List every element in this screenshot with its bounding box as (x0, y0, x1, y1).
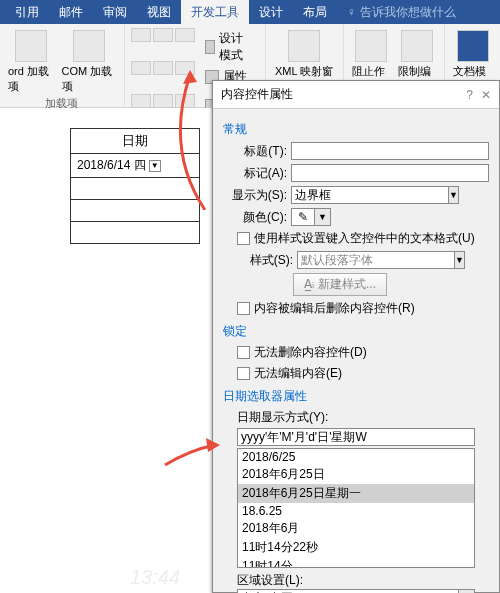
chevron-down-icon[interactable]: ▼ (315, 208, 331, 226)
no-delete-checkbox[interactable] (237, 346, 250, 359)
locale-label: 区域设置(L): (237, 572, 489, 589)
addin-icon (15, 30, 47, 62)
format-label: 日期显示方式(Y): (237, 409, 489, 426)
tab-layout[interactable]: 布局 (293, 0, 337, 25)
table-cell[interactable] (71, 222, 200, 244)
doc-table[interactable]: 日期 2018/6/14 四 ▼ (70, 128, 200, 244)
format-option[interactable]: 11时14分22秒 (238, 538, 474, 557)
bulb-icon: ♀ (347, 5, 356, 19)
ribbon-tabs: 引用 邮件 审阅 视图 开发工具 设计 布局 ♀ 告诉我你想做什么 (0, 0, 500, 24)
block-icon (355, 30, 387, 62)
design-mode-button[interactable]: 设计模式 (201, 28, 259, 66)
tab-references[interactable]: 引用 (5, 0, 49, 25)
document-area: 日期 2018/6/14 四 ▼ (0, 108, 215, 593)
chevron-down-icon[interactable]: ▼ (459, 589, 475, 593)
showas-label: 显示为(S): (223, 187, 291, 204)
table-header: 日期 (71, 129, 200, 154)
date-picker-cell[interactable]: 2018/6/14 四 ▼ (71, 154, 200, 178)
lock-icon (401, 30, 433, 62)
section-general: 常规 (223, 121, 489, 138)
delete-after-checkbox[interactable] (237, 302, 250, 315)
word-addins-button[interactable]: ord 加载项 (6, 28, 56, 96)
style-combo[interactable] (297, 251, 455, 269)
section-lock: 锁定 (223, 323, 489, 340)
format-listbox[interactable]: 2018/6/252018年6月25日2018年6月25日星期一18.6.252… (237, 448, 475, 568)
locale-combo[interactable] (237, 589, 459, 593)
date-dropdown-button[interactable]: ▼ (149, 160, 161, 172)
use-style-checkbox[interactable] (237, 232, 250, 245)
properties-dialog: 内容控件属性 ? ✕ 常规 标题(T): 标记(A): 显示为(S): ▼ 颜色… (212, 80, 500, 593)
color-picker[interactable]: ✎ (291, 208, 315, 226)
title-input[interactable] (291, 142, 489, 160)
tab-design[interactable]: 设计 (249, 0, 293, 25)
watermark: 13:44 (130, 566, 180, 589)
help-icon[interactable]: ? (466, 88, 473, 102)
style-label: 样式(S): (239, 252, 297, 269)
chevron-down-icon[interactable]: ▼ (449, 186, 459, 204)
format-option[interactable]: 2018年6月25日 (238, 465, 474, 484)
new-style-button[interactable]: A̲ᵢ新建样式... (293, 273, 387, 296)
format-option[interactable]: 11时14分 (238, 557, 474, 568)
close-icon[interactable]: ✕ (481, 88, 491, 102)
tag-input[interactable] (291, 164, 489, 182)
tab-review[interactable]: 审阅 (93, 0, 137, 25)
table-cell[interactable] (71, 178, 200, 200)
dialog-titlebar[interactable]: 内容控件属性 ? ✕ (213, 81, 499, 109)
template-icon (457, 30, 489, 62)
color-label: 颜色(C): (223, 209, 291, 226)
com-addins-button[interactable]: COM 加载项 (60, 28, 118, 96)
xml-icon (288, 30, 320, 62)
date-format-input[interactable] (237, 428, 475, 446)
ruler-icon (205, 40, 216, 54)
format-option[interactable]: 2018年6月25日星期一 (238, 484, 474, 503)
group-addins: ord 加载项 COM 加载项 加载项 (0, 24, 125, 107)
section-datepicker: 日期选取器属性 (223, 388, 489, 405)
format-option[interactable]: 2018年6月 (238, 519, 474, 538)
tag-label: 标记(A): (223, 165, 291, 182)
tab-mailings[interactable]: 邮件 (49, 0, 93, 25)
table-cell[interactable] (71, 200, 200, 222)
title-label: 标题(T): (223, 143, 291, 160)
tab-developer[interactable]: 开发工具 (181, 0, 249, 25)
com-addin-icon (73, 30, 105, 62)
format-option[interactable]: 18.6.25 (238, 503, 474, 519)
no-edit-checkbox[interactable] (237, 367, 250, 380)
showas-combo[interactable] (291, 186, 449, 204)
format-option[interactable]: 2018/6/25 (238, 449, 474, 465)
chevron-down-icon[interactable]: ▼ (455, 251, 465, 269)
tab-view[interactable]: 视图 (137, 0, 181, 25)
tell-me-search[interactable]: ♀ 告诉我你想做什么 (347, 4, 456, 21)
